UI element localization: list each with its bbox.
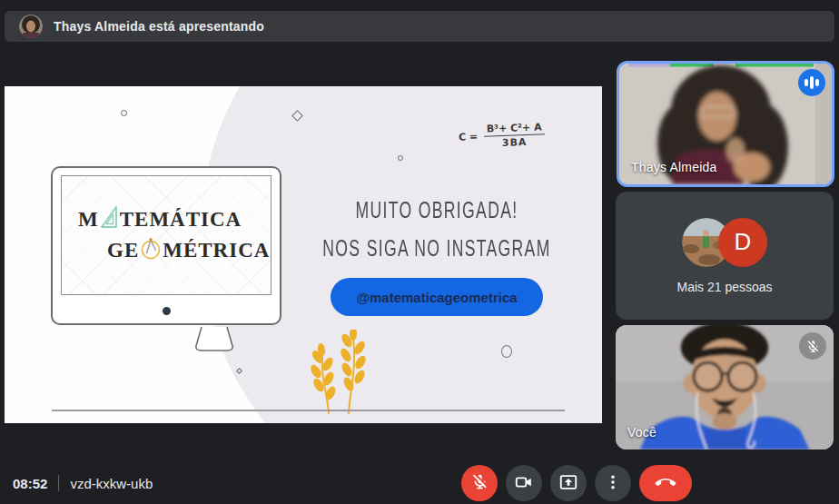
brand-text: M: [78, 208, 99, 232]
present-to-screen-icon: [558, 472, 578, 495]
formula-denominator: 3BA: [502, 135, 528, 149]
presenting-text: Thays Almeida está apresentando: [54, 19, 264, 34]
end-call-icon: [655, 471, 676, 496]
wheat-decoration: [304, 330, 371, 415]
participant-avatars: D: [682, 218, 767, 267]
mic-off-icon: [470, 472, 489, 494]
end-call-button[interactable]: [639, 465, 692, 501]
decor-circle: [501, 345, 512, 358]
clock-time: 08:52: [13, 476, 47, 491]
thanks-line-1: MUITO OBRIGADA!: [317, 197, 557, 224]
mic-off-button[interactable]: [461, 465, 498, 501]
overflow-participants-tile[interactable]: D Mais 21 pessoas: [616, 192, 834, 320]
formula-lhs: C =: [459, 131, 479, 143]
meeting-code: vzd-kxkw-ukb: [70, 476, 153, 491]
present-button[interactable]: [550, 465, 587, 501]
set-square-triangle-icon: [100, 205, 119, 234]
more-options-button[interactable]: [595, 465, 631, 501]
meeting-info: 08:52 vzd-kxkw-ukb: [13, 475, 153, 491]
presentation-slide: C = B³+ C²+ A 3BA M TEMÁTICA: [5, 86, 602, 423]
monitor-camera-dot: [163, 307, 171, 315]
call-controls: [461, 465, 692, 501]
participant-name-label: Thays Almeida: [631, 160, 716, 174]
slide-bottom-rule: [52, 410, 565, 411]
formula-numerator: B³+ C²+ A: [484, 121, 545, 136]
camera-button[interactable]: [506, 465, 542, 501]
more-options-icon: [604, 473, 622, 494]
decor-circle: [398, 155, 403, 161]
letter-avatar: D: [718, 218, 767, 267]
divider: [58, 475, 59, 491]
audio-level-icon: [798, 69, 825, 96]
video-tile-you[interactable]: Você: [616, 325, 834, 450]
thanks-line-2: NOS SIGA NO INSTAGRAM: [317, 234, 557, 262]
compass-circle-icon: [140, 236, 162, 265]
presenter-avatar: [19, 15, 43, 38]
overflow-count-label: Mais 21 pessoas: [676, 280, 772, 294]
camera-icon: [514, 472, 534, 495]
thanks-text-block: MUITO OBRIGADA! NOS SIGA NO INSTAGRAM: [317, 197, 557, 262]
video-tile-thays[interactable]: Thays Almeida: [617, 61, 834, 187]
monitor-stand: [178, 326, 251, 355]
brand-text: GE: [107, 239, 139, 262]
brand-text: TEMÁTICA: [120, 208, 242, 232]
math-formula: C = B³+ C²+ A 3BA: [459, 121, 546, 150]
instagram-handle-button[interactable]: @matematicageometrica: [331, 278, 543, 316]
participant-name-label: Você: [627, 425, 656, 440]
decor-circle: [121, 110, 127, 116]
brand-text: MÉTRICA: [163, 239, 270, 262]
presenting-banner: Thays Almeida está apresentando: [5, 11, 834, 42]
computer-monitor-illustration: M TEMÁTICA GE: [51, 166, 281, 325]
monitor-screen: M TEMÁTICA GE: [61, 175, 271, 295]
meet-call-window: Thays Almeida está apresentando C = B³+ …: [0, 0, 839, 504]
mic-off-icon: [799, 332, 826, 360]
